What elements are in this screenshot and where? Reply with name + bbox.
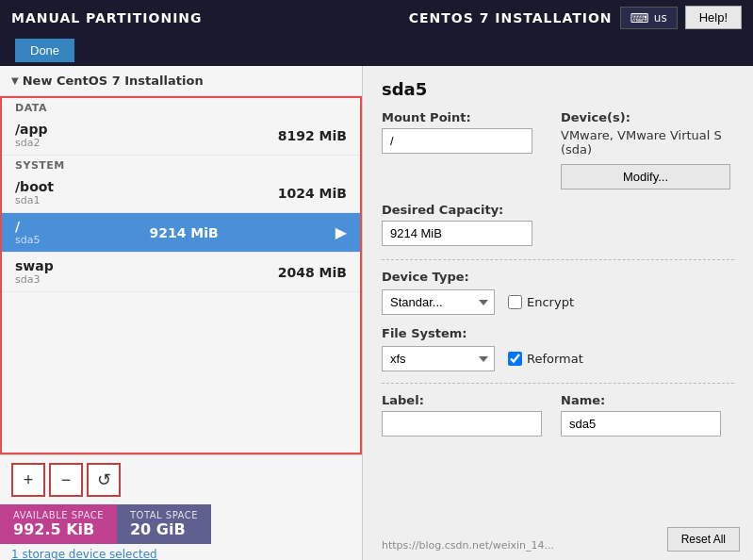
- refresh-button[interactable]: ↺: [87, 463, 121, 497]
- section-system-label: SYSTEM: [2, 156, 360, 173]
- second-bar: Done: [0, 35, 753, 66]
- partition-name-root: /: [15, 219, 40, 234]
- add-partition-button[interactable]: +: [11, 463, 45, 497]
- top-bar-right: CENTOS 7 INSTALLATION ⌨ us Help!: [409, 6, 742, 29]
- partition-device-boot: sda1: [15, 194, 54, 206]
- top-bar: MANUAL PARTITIONING CENTOS 7 INSTALLATIO…: [0, 0, 753, 35]
- reformat-checkbox[interactable]: [508, 352, 522, 366]
- encrypt-label[interactable]: Encrypt: [527, 295, 574, 309]
- bottom-controls: + − ↺: [0, 454, 362, 504]
- right-partition-title: sda5: [382, 79, 734, 99]
- partition-item-swap[interactable]: swap sda3 2048 MiB: [2, 253, 360, 292]
- done-button[interactable]: Done: [15, 39, 74, 62]
- name-input[interactable]: [561, 411, 721, 436]
- mount-point-input[interactable]: [382, 128, 532, 154]
- partition-item-root-left: / sda5: [15, 219, 40, 246]
- expand-icon: ▼: [11, 75, 19, 86]
- available-space-label: AVAILABLE SPACE: [13, 510, 104, 520]
- partition-item-boot-left: /boot sda1: [15, 179, 54, 206]
- reformat-row: Reformat: [508, 352, 583, 366]
- partition-item-boot[interactable]: /boot sda1 1024 MiB: [2, 173, 360, 213]
- filesystem-row: xfs ext4 ext3 ext2 swap vfat Reformat: [382, 346, 734, 371]
- installation-header: ▼ New CentOS 7 Installation: [0, 66, 362, 96]
- partition-name-swap: swap: [15, 258, 54, 273]
- page-title: MANUAL PARTITIONING: [11, 10, 203, 25]
- partition-list: DATA /app sda2 8192 MiB SYSTEM /boot sda…: [0, 96, 362, 454]
- device-type-label: Device Type:: [382, 270, 469, 284]
- right-panel: sda5 Mount Point: Device(s): VMware, VMw…: [363, 66, 753, 560]
- capacity-row: Desired Capacity:: [382, 203, 734, 246]
- partition-item-app-left: /app sda2: [15, 122, 48, 149]
- reset-all-button[interactable]: Reset All: [667, 527, 740, 552]
- divider-1: [382, 259, 734, 260]
- label-name-row: Label: Name:: [382, 393, 734, 436]
- mount-device-row: Mount Point: Device(s): VMware, VMware V…: [382, 110, 734, 189]
- storage-device-link[interactable]: 1 storage device selected: [0, 544, 362, 560]
- reformat-label[interactable]: Reformat: [527, 352, 583, 366]
- keyboard-lang: us: [654, 11, 667, 25]
- total-space-block: TOTAL SPACE 20 GiB: [117, 504, 211, 544]
- mount-point-label: Mount Point:: [382, 110, 532, 124]
- keyboard-icon: ⌨: [630, 10, 649, 25]
- partition-item-app[interactable]: /app sda2 8192 MiB: [2, 116, 360, 156]
- desired-capacity-input[interactable]: [382, 221, 532, 246]
- partition-device-swap: sda3: [15, 273, 54, 286]
- divider-2: [382, 383, 734, 384]
- desired-capacity-label: Desired Capacity:: [382, 203, 532, 217]
- name-field: Name:: [561, 393, 721, 436]
- label-field: Label:: [382, 393, 542, 436]
- partition-size-app: 8192 MiB: [278, 128, 347, 143]
- partition-size-boot: 1024 MiB: [278, 186, 347, 201]
- modify-button[interactable]: Modify...: [561, 164, 730, 189]
- partition-device-app: sda2: [15, 137, 48, 149]
- filesystem-select[interactable]: xfs ext4 ext3 ext2 swap vfat: [382, 346, 495, 371]
- partition-item-swap-left: swap sda3: [15, 258, 54, 286]
- capacity-col: Desired Capacity:: [382, 203, 532, 246]
- device-type-select[interactable]: Standar... LVM BTRFS: [382, 289, 495, 315]
- partition-item-root[interactable]: / sda5 9214 MiB ▶: [2, 213, 360, 253]
- total-space-value: 20 GiB: [130, 520, 198, 538]
- partition-name-app: /app: [15, 122, 48, 137]
- devices-col: Device(s): VMware, VMware Virtual S (sda…: [561, 110, 730, 189]
- devices-label: Device(s):: [561, 110, 730, 124]
- available-space-block: AVAILABLE SPACE 992.5 KiB: [0, 504, 117, 544]
- partition-name-boot: /boot: [15, 179, 54, 194]
- label-input[interactable]: [382, 411, 542, 436]
- keyboard-indicator[interactable]: ⌨ us: [620, 7, 678, 29]
- left-panel: ▼ New CentOS 7 Installation DATA /app sd…: [0, 66, 363, 560]
- encrypt-checkbox[interactable]: [508, 295, 522, 309]
- partition-size-swap: 2048 MiB: [278, 265, 347, 280]
- partition-arrow-icon: ▶: [336, 223, 347, 241]
- mount-point-col: Mount Point:: [382, 110, 532, 189]
- available-space-value: 992.5 KiB: [13, 520, 104, 538]
- section-data-label: DATA: [2, 98, 360, 116]
- remove-partition-button[interactable]: −: [49, 463, 83, 497]
- watermark-text: https://blog.csdn.net/weixin_14...: [382, 539, 554, 552]
- filesystem-label: File System:: [382, 326, 467, 340]
- encrypt-row: Encrypt: [508, 295, 574, 309]
- space-info: AVAILABLE SPACE 992.5 KiB TOTAL SPACE 20…: [0, 504, 362, 544]
- partition-size-root: 9214 MiB: [149, 225, 218, 240]
- devices-value: VMware, VMware Virtual S (sda): [561, 128, 730, 156]
- name-label: Name:: [561, 393, 721, 407]
- total-space-label: TOTAL SPACE: [130, 510, 198, 520]
- partition-device-root: sda5: [15, 234, 40, 246]
- device-type-row: Standar... LVM BTRFS Encrypt: [382, 289, 734, 315]
- install-title: CENTOS 7 INSTALLATION: [409, 10, 613, 25]
- installation-title: New CentOS 7 Installation: [23, 74, 204, 88]
- main-content: ▼ New CentOS 7 Installation DATA /app sd…: [0, 66, 753, 560]
- help-button[interactable]: Help!: [685, 6, 742, 29]
- label-label: Label:: [382, 393, 542, 407]
